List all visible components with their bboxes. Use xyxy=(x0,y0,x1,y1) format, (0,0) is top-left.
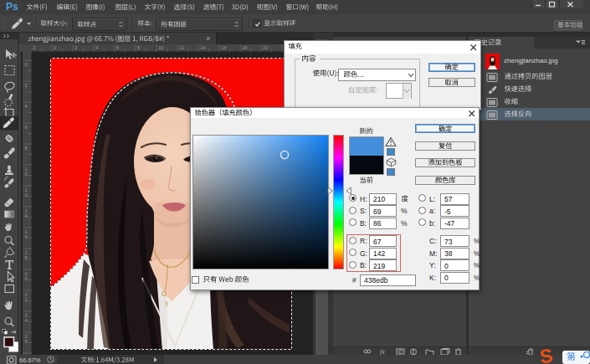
svg-text:fx: fx xyxy=(380,348,385,355)
svg-text:S: S xyxy=(541,346,554,364)
